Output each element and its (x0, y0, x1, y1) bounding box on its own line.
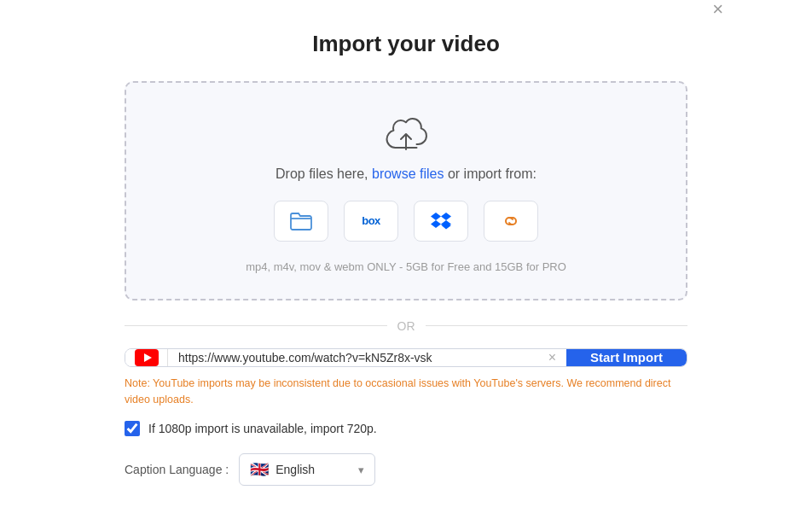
flag-icon: 🇬🇧 (250, 460, 269, 479)
file-types-text: mp4, m4v, mov & webm ONLY - 5GB for Free… (143, 260, 669, 273)
drop-zone[interactable]: Drop files here, browse files or import … (125, 81, 687, 300)
caption-row: Caption Language : 🇬🇧 English ▾ (125, 453, 687, 486)
caption-label: Caption Language : (125, 463, 229, 476)
start-import-button[interactable]: Start Import (566, 349, 687, 366)
url-row: × Start Import (125, 348, 687, 367)
browse-files-link[interactable]: browse files (372, 166, 444, 181)
youtube-note: Note: YouTube imports may be inconsisten… (125, 376, 687, 408)
youtube-icon-wrap (125, 349, 168, 366)
youtube-icon (135, 349, 159, 366)
box-import-button[interactable]: box (344, 201, 398, 242)
caption-selected-value: English (276, 463, 351, 476)
or-divider: OR (125, 319, 687, 333)
close-button[interactable]: × (705, 0, 730, 22)
folder-import-button[interactable] (274, 201, 328, 242)
link-import-button[interactable] (484, 201, 538, 242)
chevron-down-icon: ▾ (358, 464, 364, 476)
url-input[interactable] (168, 349, 538, 366)
upload-cloud-icon (384, 117, 428, 156)
checkbox-label: If 1080p import is unavailable, import 7… (148, 422, 377, 435)
url-clear-button[interactable]: × (538, 349, 566, 366)
import-720p-checkbox[interactable] (125, 421, 140, 436)
import-icons-row: box (143, 201, 669, 242)
modal-title: Import your video (125, 31, 687, 57)
caption-language-select[interactable]: 🇬🇧 English ▾ (239, 453, 375, 486)
drop-text: Drop files here, browse files or import … (143, 166, 669, 182)
dropbox-import-button[interactable] (414, 201, 468, 242)
import-modal: × Import your video Drop files here, bro… (82, 0, 730, 525)
checkbox-row: If 1080p import is unavailable, import 7… (125, 421, 687, 436)
